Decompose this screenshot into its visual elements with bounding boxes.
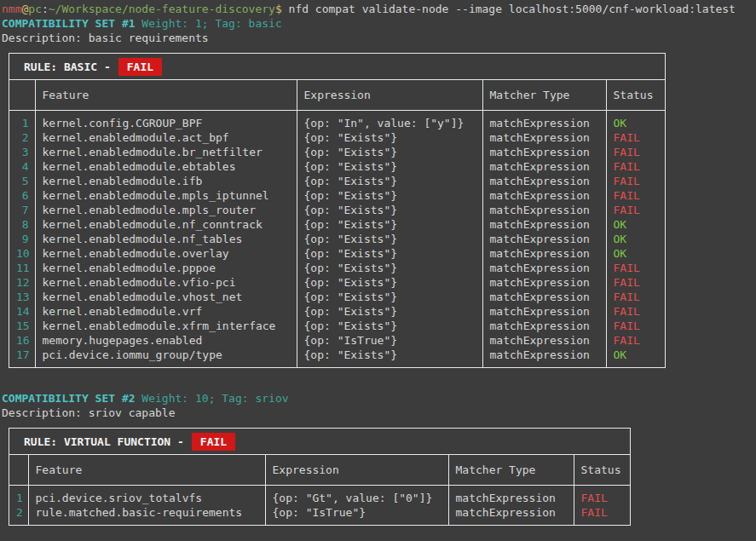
cell-num: 2	[9, 505, 28, 525]
cell-num: 14	[9, 304, 35, 319]
compat-set-2-title: COMPATIBILITY SET #2	[2, 392, 136, 405]
column-header-index	[9, 80, 35, 111]
table-row: 13kernel.enabledmodule.vhost_net{op: "Ex…	[9, 290, 665, 304]
cell-expression: {op: "Exists"}	[297, 203, 482, 217]
cell-feature: rule.matched.basic-requirements	[28, 505, 265, 525]
column-header-expression: Expression	[297, 80, 482, 111]
table-row: 2rule.matched.basic-requirements{op: "Is…	[9, 505, 630, 525]
prompt-host: pc	[28, 3, 42, 15]
cell-status: FAIL	[606, 304, 665, 319]
prompt-line: nmm@pc:~/Workspace/node-feature-discover…	[2, 2, 756, 16]
cell-num: 16	[9, 333, 35, 348]
cell-expression: {op: "In", value: ["y"]}	[297, 111, 482, 131]
cell-num: 8	[9, 217, 35, 232]
cell-expression: {op: "Exists"}	[297, 188, 482, 203]
cell-expression: {op: "Exists"}	[297, 304, 482, 319]
cell-expression: {op: "Exists"}	[297, 159, 482, 174]
cell-feature: kernel.enabledmodule.ebtables	[35, 159, 297, 174]
cell-expression: {op: "Exists"}	[297, 130, 482, 145]
rule-title-basic: RULE: BASIC -FAIL	[9, 54, 665, 80]
cell-expression: {op: "Exists"}	[297, 319, 482, 333]
cell-feature: pci.device.iommu_group/type	[35, 348, 297, 367]
cell-matcher: matchExpression	[482, 145, 606, 159]
compat-set-2-meta: Weight: 10; Tag: sriov	[136, 392, 289, 405]
cell-feature: kernel.enabledmodule.ifb	[35, 174, 297, 188]
cell-feature: kernel.enabledmodule.vhost_net	[35, 290, 297, 304]
rule-title-virtual-function: RULE: VIRTUAL FUNCTION -FAIL	[9, 429, 630, 455]
cell-feature: kernel.enabledmodule.mpls_iptunnel	[35, 188, 297, 203]
table-header-row: Feature Expression Matcher Type Status	[9, 80, 665, 111]
cell-expression: {op: "IsTrue"}	[297, 333, 482, 348]
cell-status: FAIL	[606, 145, 665, 159]
cell-num: 3	[9, 145, 35, 159]
cell-status: FAIL	[606, 261, 665, 275]
compat-set-1-title: COMPATIBILITY SET #1	[2, 17, 136, 30]
table-row: 14kernel.enabledmodule.vrf{op: "Exists"}…	[9, 304, 665, 319]
cell-num: 9	[9, 232, 35, 246]
table-row: 8kernel.enabledmodule.nf_conntrack{op: "…	[9, 217, 665, 232]
feature-table: Feature Expression Matcher Type Status 1…	[9, 80, 665, 367]
cell-num: 10	[9, 246, 35, 261]
cell-status: OK	[606, 232, 665, 246]
cell-num: 6	[9, 188, 35, 203]
cell-num: 17	[9, 348, 35, 367]
compat-set-1-meta: Weight: 1; Tag: basic	[136, 17, 282, 30]
cell-matcher: matchExpression	[482, 188, 606, 203]
cell-feature: memory.hugepages.enabled	[35, 333, 297, 348]
cell-num: 15	[9, 319, 35, 333]
column-header-index	[9, 455, 28, 486]
cell-num: 5	[9, 174, 35, 188]
table-row: 11kernel.enabledmodule.pppoe{op: "Exists…	[9, 261, 665, 275]
table-row: 9kernel.enabledmodule.nf_tables{op: "Exi…	[9, 232, 665, 246]
cell-status: FAIL	[606, 333, 665, 348]
cell-feature: kernel.config.CGROUP_BPF	[35, 111, 297, 131]
column-header-feature: Feature	[35, 80, 297, 111]
cell-matcher: matchExpression	[482, 203, 606, 217]
cell-matcher: matchExpression	[482, 290, 606, 304]
cell-num: 1	[9, 486, 28, 506]
cell-feature: kernel.enabledmodule.nf_conntrack	[35, 217, 297, 232]
cell-num: 13	[9, 290, 35, 304]
cell-expression: {op: "Exists"}	[297, 232, 482, 246]
cell-feature: kernel.enabledmodule.vrf	[35, 304, 297, 319]
terminal-window[interactable]: { "prompt": { "user": "nmm", "at": "@", …	[0, 0, 756, 541]
cell-expression: {op: "Gt", value: ["0"]}	[265, 486, 448, 506]
cell-feature: kernel.enabledmodule.overlay	[35, 246, 297, 261]
column-header-status: Status	[606, 80, 665, 111]
terminal-output: nmm@pc:~/Workspace/node-feature-discover…	[0, 0, 756, 526]
cell-status: FAIL	[606, 130, 665, 145]
table-row: 10kernel.enabledmodule.overlay{op: "Exis…	[9, 246, 665, 261]
table-row: 4kernel.enabledmodule.ebtables{op: "Exis…	[9, 159, 665, 174]
prompt-colon: :	[42, 3, 49, 15]
rule-table-virtual-function: RULE: VIRTUAL FUNCTION -FAIL Feature Exp…	[9, 428, 631, 526]
cell-expression: {op: "IsTrue"}	[265, 505, 448, 525]
column-header-expression: Expression	[265, 455, 448, 486]
cell-status: FAIL	[574, 505, 630, 525]
column-header-matcher-type: Matcher Type	[482, 80, 606, 111]
cell-status: FAIL	[606, 319, 665, 333]
cell-matcher: matchExpression	[482, 174, 606, 188]
cell-status: FAIL	[606, 188, 665, 203]
cell-expression: {op: "Exists"}	[297, 290, 482, 304]
compat-set-1-heading: COMPATIBILITY SET #1 Weight: 1; Tag: bas…	[2, 16, 756, 31]
cell-num: 2	[9, 130, 35, 145]
column-header-matcher-type: Matcher Type	[448, 455, 574, 486]
cell-num: 11	[9, 261, 35, 275]
cell-num: 1	[9, 111, 35, 131]
cell-matcher: matchExpression	[482, 261, 606, 275]
compat-set-1-description: Description: basic requirements	[2, 31, 756, 45]
cell-num: 12	[9, 275, 35, 290]
cell-expression: {op: "Exists"}	[297, 348, 482, 367]
cell-status: FAIL	[606, 203, 665, 217]
cell-feature: kernel.enabledmodule.br_netfilter	[35, 145, 297, 159]
cell-feature: kernel.enabledmodule.vfio-pci	[35, 275, 297, 290]
rule-label: RULE: VIRTUAL FUNCTION -	[24, 435, 184, 449]
table-row: 3kernel.enabledmodule.br_netfilter{op: "…	[9, 145, 665, 159]
cell-status: FAIL	[606, 275, 665, 290]
cell-matcher: matchExpression	[482, 217, 606, 232]
table-row: 5kernel.enabledmodule.ifb{op: "Exists"}m…	[9, 174, 665, 188]
cell-matcher: matchExpression	[448, 505, 574, 525]
cell-status: FAIL	[574, 486, 630, 506]
cell-matcher: matchExpression	[482, 333, 606, 348]
cell-expression: {op: "Exists"}	[297, 275, 482, 290]
